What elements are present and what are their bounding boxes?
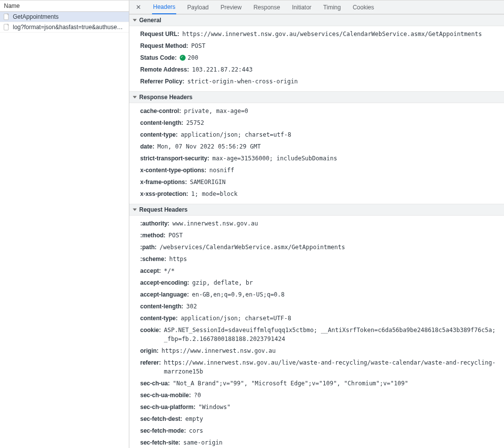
header-key: :scheme: [140, 255, 166, 263]
header-value: nosniff [209, 166, 499, 175]
tab-preview[interactable]: Preview [220, 0, 243, 14]
tab-timing[interactable]: Timing [322, 0, 342, 14]
header-row: sec-fetch-dest:empty [129, 413, 504, 425]
header-row: content-length:25752 [129, 117, 504, 129]
header-key: origin: [140, 346, 158, 355]
header-value: en-GB,en;q=0.9,en-US;q=0.8 [192, 290, 499, 299]
header-value: cors [189, 426, 499, 435]
header-value: SAMEORIGIN [190, 178, 499, 187]
header-value: "Not_A Brand";v="99", "Microsoft Edge";v… [173, 379, 499, 388]
header-row: cache-control:private, max-age=0 [129, 105, 504, 117]
header-key: :authority: [140, 219, 169, 228]
tab-cookies[interactable]: Cookies [351, 0, 375, 14]
header-key: x-content-type-options: [140, 166, 206, 175]
close-icon[interactable]: ✕ [134, 3, 142, 11]
header-value: https://www.innerwest.nsw.gov.au/webserv… [182, 30, 499, 38]
header-row: accept-encoding:gzip, deflate, br [129, 277, 504, 289]
header-row: referer:https://www.innerwest.nsw.gov.au… [129, 357, 504, 377]
header-key: sec-fetch-dest: [140, 414, 182, 423]
request-list-panel: Name GetAppointmentslog?format=json&hasf… [0, 0, 129, 448]
header-value: https://www.innerwest.nsw.gov.au/live/wa… [164, 358, 499, 376]
header-value: strict-origin-when-cross-origin [187, 77, 499, 86]
header-value: POST [191, 41, 499, 50]
headers-panel: GeneralRequest URL:https://www.innerwest… [129, 14, 504, 448]
header-value: */* [164, 266, 499, 275]
tab-headers[interactable]: Headers [152, 0, 176, 14]
header-value: www.innerwest.nsw.gov.au [172, 219, 499, 228]
header-value: 200 [180, 53, 499, 62]
header-key: accept-encoding: [140, 278, 189, 287]
header-value: https [169, 255, 499, 263]
request-row[interactable]: GetAppointments [0, 12, 129, 22]
header-key: Request URL: [140, 30, 179, 38]
header-value: same-origin [183, 438, 499, 447]
header-value: POST [168, 231, 499, 240]
header-value: application/json; charset=UTF-8 [181, 314, 499, 323]
file-icon [3, 24, 10, 31]
header-value: empty [185, 414, 499, 423]
header-row: :scheme:https [129, 253, 504, 265]
tab-initiator[interactable]: Initiator [291, 0, 312, 14]
header-row: content-type:application/json; charset=u… [129, 129, 504, 141]
header-key: Request Method: [140, 41, 188, 50]
header-value: https://www.innerwest.nsw.gov.au [161, 346, 499, 355]
header-row: :method:POST [129, 229, 504, 241]
header-row: Request URL:https://www.innerwest.nsw.go… [129, 28, 504, 40]
header-row: date:Mon, 07 Nov 2022 05:56:29 GMT [129, 141, 504, 152]
header-row: cookie:ASP.NET_SessionId=sdaveuiffmlqfuq… [129, 324, 504, 345]
header-row: x-frame-options:SAMEORIGIN [129, 176, 504, 188]
header-key: sec-fetch-site: [140, 438, 180, 447]
header-row: sec-ch-ua:"Not_A Brand";v="99", "Microso… [129, 377, 504, 389]
header-key: content-type: [140, 130, 178, 139]
header-key: Status Code: [140, 53, 177, 62]
header-row: Remote Address:103.221.87.22:443 [129, 64, 504, 75]
header-row: Request Method:POST [129, 40, 504, 52]
header-key: date: [140, 142, 155, 151]
header-value: 25752 [186, 118, 499, 127]
header-row: accept:*/* [129, 265, 504, 277]
header-value: ASP.NET_SessionId=sdaveuiffmlqfuqq1x5ctb… [164, 326, 499, 343]
header-row: Status Code:200 [129, 52, 504, 64]
header-value: 103.221.87.22:443 [192, 65, 499, 74]
header-key: sec-fetch-mode: [140, 426, 186, 435]
header-value: max-age=31536000; includeSubDomains [212, 154, 499, 163]
header-value: Mon, 07 Nov 2022 05:56:29 GMT [157, 142, 499, 151]
request-name: GetAppointments [13, 13, 59, 20]
header-row: sec-fetch-site:same-origin [129, 437, 504, 448]
request-name: log?format=json&hasfast=true&authuse… [13, 24, 123, 31]
header-row: x-content-type-options:nosniff [129, 164, 504, 176]
header-row: content-type:application/json; charset=U… [129, 312, 504, 324]
header-value: application/json; charset=utf-8 [181, 130, 499, 139]
header-key: content-length: [140, 302, 183, 311]
tab-response[interactable]: Response [252, 0, 281, 14]
header-row: x-xss-protection:1; mode=block [129, 188, 504, 200]
header-value: 302 [186, 302, 499, 311]
header-row: :authority:www.innerwest.nsw.gov.au [129, 218, 504, 229]
header-value: 1; mode=block [191, 189, 499, 198]
section-response-headers[interactable]: Response Headers [129, 91, 504, 103]
header-key: Remote Address: [140, 65, 189, 74]
header-row: strict-transport-security:max-age=315360… [129, 152, 504, 164]
header-key: cache-control: [140, 107, 181, 115]
header-row: :path:/webservices/CalendarWebService.as… [129, 241, 504, 253]
header-row: sec-ch-ua-mobile:?0 [129, 389, 504, 401]
header-value: /webservices/CalendarWebService.asmx/Get… [159, 243, 499, 252]
header-key: x-frame-options: [140, 178, 187, 187]
header-row: content-length:302 [129, 300, 504, 312]
header-key: content-type: [140, 314, 178, 323]
header-row: accept-language:en-GB,en;q=0.9,en-US;q=0… [129, 289, 504, 300]
section-general[interactable]: General [129, 14, 504, 26]
tab-payload[interactable]: Payload [186, 0, 209, 14]
header-value: private, max-age=0 [184, 107, 499, 115]
header-value: ?0 [194, 391, 499, 400]
header-key: cookie: [140, 326, 161, 335]
header-row: sec-fetch-mode:cors [129, 425, 504, 437]
request-row[interactable]: log?format=json&hasfast=true&authuse… [0, 22, 129, 33]
header-key: accept-language: [140, 290, 189, 299]
name-column-header[interactable]: Name [0, 0, 129, 12]
header-key: sec-ch-ua: [140, 379, 170, 388]
header-row: sec-ch-ua-platform:"Windows" [129, 401, 504, 413]
header-key: accept: [140, 266, 161, 275]
section-request-headers[interactable]: Request Headers [129, 204, 504, 216]
header-key: :path: [140, 243, 156, 252]
